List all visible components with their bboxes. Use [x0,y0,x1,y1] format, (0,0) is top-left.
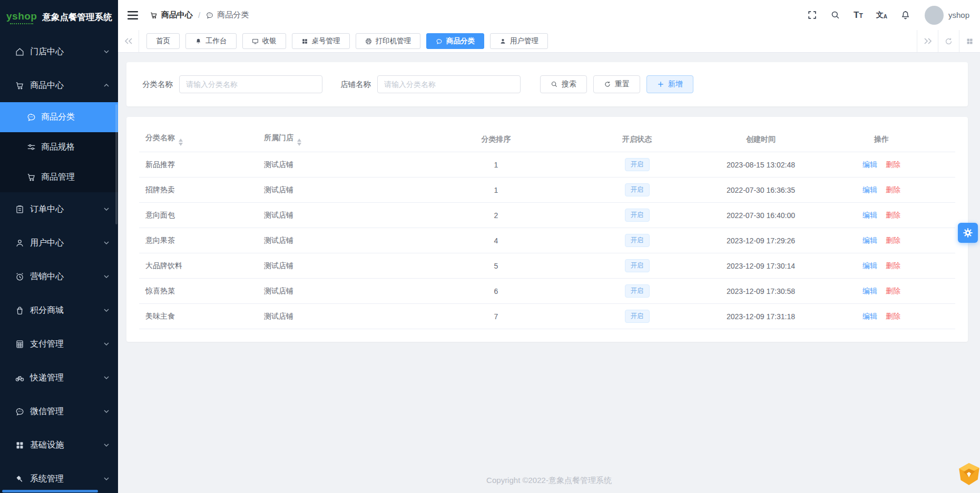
edit-link[interactable]: 编辑 [863,160,877,169]
home-icon [15,47,25,57]
chevron-down-icon [103,273,110,280]
user-menu[interactable]: yshop [925,6,969,25]
printer-icon [365,38,372,45]
tabs-refresh-icon[interactable] [938,30,959,52]
tabs-layout-icon[interactable] [959,30,980,52]
sidebar-item-product-center[interactable]: 商品中心 [0,68,118,102]
cart-icon [150,11,158,19]
sidebar-item-payment-manage[interactable]: 支付管理 [0,327,118,361]
tabs-scroll-right-icon[interactable] [917,30,938,52]
user-icon [499,38,506,45]
table-row: 意向果茶 测试店铺 4 开启 2023-12-09 17:29:26 编辑删除 [139,228,955,253]
breadcrumb-separator: / [198,11,200,19]
sidebar-vertical-scrollbar[interactable] [115,104,117,224]
search-icon[interactable] [830,10,840,20]
cart-icon [15,81,25,91]
font-size-icon[interactable]: TT [854,11,863,19]
sidebar-item-product-manage[interactable]: 商品管理 [0,162,118,192]
copyright-text: Copyright ©2022-意象点餐管理系统 [118,476,980,486]
sidebar-item-infrastructure[interactable]: 基础设施 [0,428,118,462]
avatar[interactable] [925,6,944,25]
cell-name: 意向果茶 [139,236,258,245]
sidebar-item-system-manage[interactable]: 系统管理 [0,462,118,493]
alarm-icon [15,272,25,282]
sidebar-item-express-manage[interactable]: 快递管理 [0,361,118,395]
edit-link[interactable]: 编辑 [863,236,877,244]
tab-workbench[interactable]: 工作台 [185,33,237,49]
status-badge: 开启 [625,158,650,171]
tab-cashier[interactable]: 收银 [242,33,286,49]
shop-name-input[interactable] [377,75,521,93]
tab-table-manage[interactable]: 桌号管理 [292,33,350,49]
tab-user-manage[interactable]: 用户管理 [490,33,548,49]
fullscreen-icon[interactable] [807,10,817,20]
sort-icon[interactable] [297,139,301,146]
category-name-input[interactable] [179,75,322,93]
edit-link[interactable]: 编辑 [863,211,877,219]
tabs-bar: 首页 工作台 收银 桌号管理 打印机管理 商品分类 [118,30,980,53]
sidebar-item-store-center[interactable]: 门店中心 [0,35,118,68]
delete-link[interactable]: 删除 [886,160,900,169]
sidebar-item-user-center[interactable]: 用户中心 [0,226,118,260]
grid-icon [301,38,308,45]
comment-icon [26,112,36,122]
translate-icon[interactable]: 文A [876,11,887,19]
breadcrumb-section[interactable]: 商品中心 [161,10,193,20]
edit-link[interactable]: 编辑 [863,287,877,295]
assistant-widget-icon[interactable] [956,460,980,487]
delete-link[interactable]: 删除 [886,185,900,194]
cell-status: 开启 [561,234,713,247]
col-header-name[interactable]: 分类名称 [139,133,258,146]
sidebar-item-points-mall[interactable]: 积分商城 [0,293,118,327]
add-button[interactable]: 新增 [646,75,693,93]
edit-link[interactable]: 编辑 [863,261,877,270]
sidebar-item-order-center[interactable]: 订单中心 [0,192,118,226]
delete-link[interactable]: 删除 [886,261,900,270]
delete-link[interactable]: 删除 [886,236,900,244]
bell-icon[interactable] [900,10,910,20]
search-button[interactable]: 搜索 [540,75,587,93]
cell-created: 2023-12-09 17:31:18 [713,312,808,321]
settings-gear-button[interactable] [958,223,978,243]
cell-name: 意向面包 [139,211,258,220]
app-logo[interactable]: yshop 意象点餐管理系统 [0,0,118,35]
bag-icon [15,305,25,315]
sidebar-item-product-category[interactable]: 商品分类 [0,102,118,132]
sidebar-horizontal-scrollbar[interactable] [2,490,98,492]
tabs-scroll-left-icon[interactable] [118,30,139,52]
delete-link[interactable]: 删除 [886,211,900,219]
sidebar-item-wechat-manage[interactable]: 微信管理 [0,395,118,428]
delete-link[interactable]: 删除 [886,312,900,320]
cell-name: 大品牌饮料 [139,261,258,271]
edit-link[interactable]: 编辑 [863,185,877,194]
cell-sort: 5 [432,262,561,270]
tab-home[interactable]: 首页 [146,33,180,49]
search-icon [551,81,558,88]
table-header-row: 分类名称 所属门店 分类排序 开启状态 创建时间 操作 [139,127,955,152]
sort-icon[interactable] [179,139,183,146]
reset-button[interactable]: 重置 [593,75,640,93]
tab-printer-manage[interactable]: 打印机管理 [356,33,421,49]
hamburger-icon[interactable] [128,11,138,19]
cell-sort: 7 [432,312,561,321]
edit-link[interactable]: 编辑 [863,312,877,320]
plus-icon [657,81,664,88]
table-row: 美味主食 测试店铺 7 开启 2023-12-09 17:31:18 编辑删除 [139,304,955,329]
cell-shop: 测试店铺 [258,211,432,220]
status-badge: 开启 [625,259,650,272]
col-header-shop[interactable]: 所属门店 [258,133,432,146]
table-row: 招牌热卖 测试店铺 1 开启 2022-07-30 16:36:35 编辑删除 [139,178,955,203]
cell-actions: 编辑删除 [808,287,955,296]
tab-product-category[interactable]: 商品分类 [426,33,484,49]
filter-panel: 分类名称 店铺名称 搜索 重置 新增 [126,62,968,106]
col-header-status: 开启状态 [561,135,713,144]
cell-created: 2023-08-15 13:02:48 [713,161,808,169]
sidebar-item-marketing-center[interactable]: 营销中心 [0,260,118,293]
gear-icon [963,228,973,238]
sidebar-item-product-spec[interactable]: 商品规格 [0,132,118,162]
delete-link[interactable]: 删除 [886,287,900,295]
comment-icon [205,11,214,19]
sidebar: yshop 意象点餐管理系统 门店中心 商品中心 商品分类 [0,0,118,493]
cell-sort: 4 [432,236,561,245]
cell-created: 2023-12-09 17:30:58 [713,287,808,295]
